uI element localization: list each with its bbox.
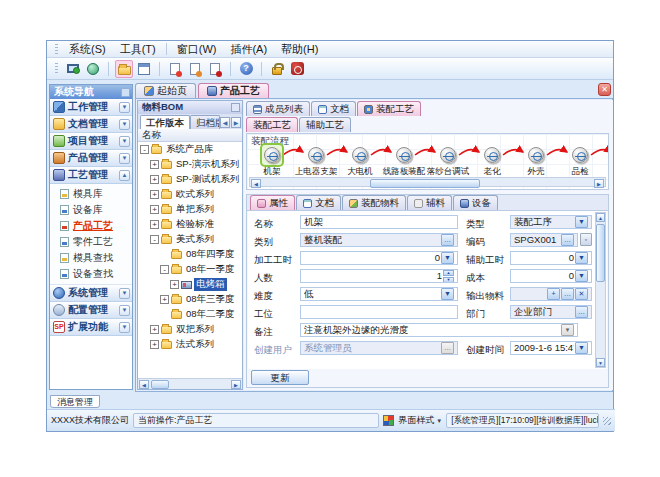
tab-work-version[interactable]: 工作版本 [140, 115, 190, 129]
chevron-down-icon[interactable] [119, 119, 130, 130]
tab-home[interactable]: 起始页 [135, 83, 196, 98]
sidebar-group-work[interactable]: 工作管理 [50, 99, 132, 116]
flow-node[interactable]: 老化 [470, 145, 514, 177]
tree-node[interactable]: + SP-测试机系列 [138, 172, 242, 187]
aux-hours-field[interactable]: 0 ▼ [510, 251, 592, 265]
form-add-icon[interactable] [166, 60, 184, 78]
ellipsis-icon[interactable]: … [561, 234, 574, 246]
flow-node[interactable]: 外壳 [514, 145, 558, 177]
create-time-field[interactable]: 2009-1-6 15:47:24 ▼ [510, 341, 592, 355]
sidebar-group-config[interactable]: 配置管理 [50, 302, 132, 319]
flow-node[interactable]: 大电机 [338, 145, 382, 177]
tab-equipment[interactable]: 设备 [453, 195, 498, 210]
tree-node[interactable]: + 单把系列 [138, 202, 242, 217]
bom-horizontal-scrollbar[interactable]: ◀ ▶ [138, 378, 242, 389]
ellipsis-icon[interactable]: … [575, 306, 588, 318]
chevron-down-icon[interactable] [119, 102, 130, 113]
ellipsis-icon[interactable]: … [441, 342, 454, 354]
scroll-right-icon[interactable]: ▶ [594, 179, 604, 188]
sidebar-group-system[interactable]: 系统管理 [50, 285, 132, 302]
tab-documents[interactable]: 文档 [311, 101, 356, 116]
tree-column-header[interactable]: 名称 [138, 129, 242, 142]
scroll-left-icon[interactable]: ◀ [251, 179, 261, 188]
flow-node[interactable]: 品检 [558, 145, 602, 177]
tree-toggle[interactable]: + [150, 325, 159, 334]
tree-node[interactable]: - 系统产品库 [138, 142, 242, 157]
category-field[interactable]: 整机装配 … [300, 233, 458, 247]
code-field[interactable]: SPGX001 … [510, 233, 578, 247]
scroll-down-icon[interactable]: ▼ [596, 358, 605, 367]
tree-node[interactable]: - 美式系列 [138, 232, 242, 247]
tree-toggle[interactable]: + [150, 220, 159, 229]
report-icon[interactable] [135, 60, 153, 78]
spinner-stepper[interactable]: ▲▼ [443, 270, 454, 282]
chevron-down-icon[interactable] [119, 305, 130, 316]
menu-system[interactable]: 系统(S) [62, 41, 113, 57]
tree-node[interactable]: + 法式系列 [138, 337, 242, 352]
tab-assembly-material[interactable]: 装配物料 [342, 195, 406, 210]
name-field[interactable]: 机架 [300, 215, 458, 229]
station-field[interactable] [300, 305, 458, 319]
tree-node[interactable]: + 检验标准 [138, 217, 242, 232]
type-field[interactable]: 装配工序 ▼ [510, 215, 592, 229]
tree-toggle[interactable]: - [160, 265, 169, 274]
tree-toggle[interactable]: + [150, 340, 159, 349]
tree-toggle[interactable]: - [150, 235, 159, 244]
tree-toggle[interactable]: + [170, 280, 179, 289]
dropdown-icon[interactable]: ▼ [575, 216, 588, 228]
flow-node[interactable]: 线路板装配 [382, 145, 426, 177]
code-extra-button[interactable]: ▫ [580, 233, 592, 246]
sidebar-item-equipment-lib[interactable]: 设备库 [50, 202, 132, 218]
dropdown-icon[interactable]: ▼ [575, 252, 588, 264]
message-manager-tab[interactable]: 消息管理 [50, 395, 100, 408]
flow-horizontal-scrollbar[interactable]: ◀ ▶ [249, 177, 606, 187]
chevron-down-icon[interactable] [119, 153, 130, 164]
memo-edit-icon[interactable]: ▾ [561, 324, 574, 336]
ellipsis-icon[interactable]: … [441, 234, 454, 246]
chevron-up-icon[interactable] [119, 170, 130, 181]
cost-field[interactable]: 0 ▼ [510, 269, 592, 283]
scroll-right-icon[interactable]: ▶ [231, 380, 241, 389]
exit-icon[interactable] [288, 60, 306, 78]
tab-members[interactable]: 成员列表 [246, 101, 310, 116]
clear-icon[interactable]: ✕ [575, 288, 588, 300]
tree-node[interactable]: - 08年一季度 [138, 262, 242, 277]
tree-node[interactable]: 08年四季度 [138, 247, 242, 262]
dropdown-icon[interactable]: ▼ [441, 288, 454, 300]
add-icon[interactable]: + [547, 288, 560, 300]
sidebar-group-project[interactable]: 项目管理 [50, 133, 132, 150]
tree-toggle[interactable]: - [140, 145, 149, 154]
creator-field[interactable]: 系统管理员 … [300, 341, 458, 355]
tree-toggle[interactable]: + [160, 295, 169, 304]
remark-field[interactable]: 注意机架外边缘的光滑度 ▾ [300, 323, 578, 337]
sidebar-group-document[interactable]: 文档管理 [50, 116, 132, 133]
tab-auxiliary-material[interactable]: 辅料 [407, 195, 452, 210]
tab-assembly-process[interactable]: 装配工艺 [357, 101, 421, 116]
tree-node[interactable]: + 双把系列 [138, 322, 242, 337]
sidebar-item-mould-search[interactable]: 模具查找 [50, 250, 132, 266]
menu-window[interactable]: 窗口(W) [170, 41, 224, 57]
scroll-left-icon[interactable]: ◀ [220, 117, 230, 128]
sidebar-group-craft[interactable]: 工艺管理 [50, 167, 132, 184]
dropdown-icon[interactable]: ▼ [441, 252, 454, 264]
tree-node[interactable]: 08年二季度 [138, 307, 242, 322]
close-icon[interactable]: ✕ [598, 83, 611, 96]
chevron-down-icon[interactable] [119, 288, 130, 299]
ui-style-dropdown[interactable]: 界面样式 ▼ [398, 414, 442, 427]
tab-prop-documents[interactable]: 文档 [296, 195, 341, 210]
monitor-icon[interactable] [64, 60, 82, 78]
tree-toggle[interactable]: + [150, 175, 159, 184]
flow-node[interactable]: 上电器支架 [294, 145, 338, 177]
resize-grip[interactable] [603, 417, 611, 425]
subtab-auxiliary[interactable]: 辅助工艺 [299, 117, 351, 132]
scroll-left-icon[interactable]: ◀ [139, 380, 149, 389]
tree-node[interactable]: + SP-演示机系列 [138, 157, 242, 172]
dropdown-icon[interactable]: ▼ [575, 270, 588, 282]
sidebar-item-equipment-search[interactable]: 设备查找 [50, 266, 132, 282]
help-icon[interactable]: ? [237, 60, 255, 78]
department-field[interactable]: 企业部门 … [510, 305, 592, 319]
update-button[interactable]: 更新 [251, 370, 309, 385]
subtab-assembly[interactable]: 装配工艺 [246, 117, 298, 132]
tab-product-process[interactable]: 产品工艺 [198, 83, 269, 98]
sidebar-item-part-process[interactable]: 零件工艺 [50, 234, 132, 250]
